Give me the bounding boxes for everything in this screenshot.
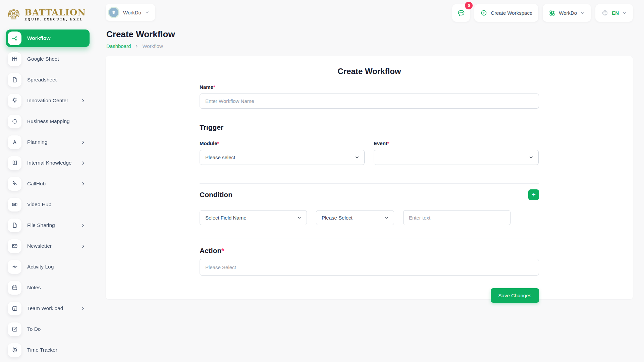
envelope-icon: [8, 239, 21, 253]
sidebar-item-video-hub[interactable]: Video Hub: [6, 196, 90, 213]
breadcrumb-dashboard-link[interactable]: Dashboard: [106, 43, 131, 49]
condition-heading: Condition: [200, 191, 232, 199]
brand-logo[interactable]: B BATTALION EQUIP, EXECUTE, EXEL: [6, 5, 96, 24]
phone-icon: [8, 177, 21, 191]
chat-bubble-icon: [457, 9, 466, 17]
alarm-clock-icon: [8, 343, 21, 357]
sidebar-item-internal-knowledge[interactable]: Internal Knowledge: [6, 154, 90, 172]
lightbulb-icon: [8, 94, 21, 108]
condition-operator-value: Please Select: [322, 215, 353, 221]
sidebar-item-file-sharing[interactable]: File Sharing: [6, 217, 90, 234]
chevron-right-icon: [81, 140, 85, 144]
required-marker: *: [221, 247, 224, 254]
calendar-icon: [8, 281, 21, 295]
chevron-right-icon: [81, 99, 85, 103]
svg-text:B: B: [12, 11, 16, 16]
name-label: Name*: [200, 84, 539, 90]
calendar-icon: [8, 302, 21, 315]
condition-value-input[interactable]: [403, 210, 511, 225]
globe-icon: [601, 9, 608, 16]
module-label: Module*: [200, 140, 365, 146]
module-select[interactable]: Please select: [200, 150, 365, 165]
sidebar-item-to-do[interactable]: To Do: [6, 320, 90, 338]
workflow-name-input[interactable]: [200, 94, 539, 109]
divider: [200, 239, 539, 239]
sidebar-item-workflow[interactable]: Workflow: [6, 29, 90, 47]
chevron-down-icon: [580, 11, 585, 15]
letter-a-icon: [8, 135, 21, 149]
laurel-emblem-icon: B: [6, 7, 21, 22]
save-changes-button[interactable]: Save Changes: [491, 288, 539, 303]
breadcrumb-current: Workflow: [142, 43, 163, 49]
activity-icon: [8, 260, 21, 274]
grid-plus-icon: [549, 10, 555, 16]
language-selector[interactable]: EN: [595, 4, 633, 22]
sidebar-item-callhub[interactable]: CallHub: [6, 175, 90, 192]
module-select-value: Please select: [205, 155, 235, 160]
chevron-down-icon: [355, 155, 360, 160]
sidebar-item-newsletter[interactable]: Newsletter: [6, 237, 90, 255]
condition-field-value: Select Field Name: [205, 215, 247, 221]
topbar: WorkDo 0 Create Workspace: [106, 4, 633, 22]
chevron-down-icon: [384, 215, 389, 220]
chevron-right-icon: [81, 306, 85, 311]
language-code: EN: [612, 10, 619, 16]
main-content: WorkDo 0 Create Workspace: [96, 0, 644, 299]
event-label: Event*: [374, 140, 539, 146]
form-title: Create Workflow: [200, 67, 539, 76]
condition-operator-select[interactable]: Please Select: [316, 210, 394, 225]
sidebar-item-business-mapping[interactable]: Business Mapping: [6, 113, 90, 130]
messages-button[interactable]: 0: [452, 4, 470, 22]
brand-name: BATTALION: [24, 8, 86, 17]
workspace-name: WorkDo: [123, 10, 141, 15]
workspace-selector[interactable]: WorkDo: [106, 4, 155, 21]
messages-badge: 0: [465, 2, 473, 9]
table-icon: [8, 52, 21, 66]
plus-icon: +: [532, 191, 536, 198]
condition-field-select[interactable]: Select Field Name: [200, 210, 307, 225]
sidebar-item-planning[interactable]: Planning: [6, 133, 90, 151]
chevron-right-icon: [81, 244, 85, 248]
video-camera-icon: [8, 198, 21, 212]
trigger-heading: Trigger: [200, 123, 539, 131]
sidebar-nav: Workflow Google Sheet Spreadsheet: [6, 29, 90, 359]
file-icon: [8, 73, 21, 87]
chevron-down-icon: [529, 155, 534, 160]
event-select[interactable]: [374, 150, 539, 165]
sidebar-item-time-tracker[interactable]: Time Tracker: [6, 341, 90, 359]
sidebar-item-google-sheet[interactable]: Google Sheet: [6, 50, 90, 68]
plus-circle-icon: [480, 9, 487, 16]
sidebar-item-team-workload[interactable]: Team Workload: [6, 300, 90, 317]
chevron-right-icon: [135, 44, 139, 48]
chevron-right-icon: [81, 223, 85, 228]
create-workflow-card: Create Workflow Name* Trigger Module* Pl…: [106, 56, 633, 299]
required-marker: *: [387, 140, 389, 146]
chevron-right-icon: [81, 182, 85, 186]
workflow-icon: [8, 32, 21, 45]
required-marker: *: [213, 84, 215, 90]
add-condition-button[interactable]: +: [528, 189, 539, 200]
chevron-down-icon: [297, 215, 302, 220]
sidebar: B BATTALION EQUIP, EXECUTE, EXEL Workflo…: [0, 0, 96, 362]
action-heading: Action*: [200, 247, 539, 255]
topbar-actions: 0 Create Workspace WorkDo: [452, 4, 633, 22]
breadcrumb: Dashboard Workflow: [106, 43, 633, 49]
file-icon: [8, 219, 21, 232]
create-workspace-button[interactable]: Create Workspace: [474, 4, 538, 22]
sidebar-item-spreadsheet[interactable]: Spreadsheet: [6, 71, 90, 88]
check-square-icon: [8, 322, 21, 336]
sidebar-item-activity-log[interactable]: Activity Log: [6, 258, 90, 276]
sidebar-item-notes[interactable]: Notes: [6, 279, 90, 296]
open-book-icon: [8, 156, 21, 170]
sidebar-item-innovation-center[interactable]: Innovation Center: [6, 92, 90, 109]
brand-tagline: EQUIP, EXECUTE, EXEL: [24, 18, 86, 21]
chevron-right-icon: [81, 161, 85, 165]
workspace-avatar: [108, 7, 119, 18]
chevron-down-icon: [622, 11, 627, 15]
divider: [200, 183, 539, 184]
workdo-apps-button[interactable]: WorkDo: [543, 4, 591, 22]
page-title: Create Workflow: [106, 29, 633, 40]
chevron-down-icon: [145, 10, 150, 15]
required-marker: *: [217, 140, 219, 146]
action-select-input[interactable]: [200, 259, 539, 276]
